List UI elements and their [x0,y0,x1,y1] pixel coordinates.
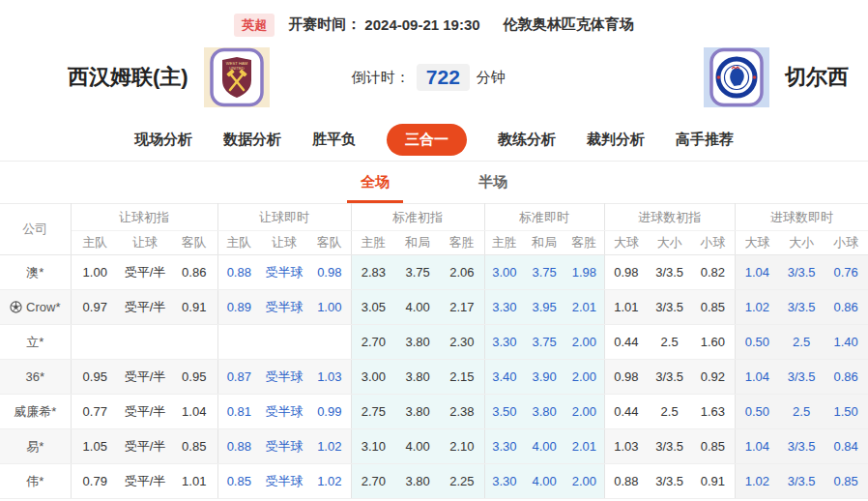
company-column-header: 公司 [0,204,71,255]
odds-cell: 1.02 [735,290,779,325]
odds-cell: 2.25 [440,464,484,499]
odds-cell: 2.01 [564,290,604,325]
odds-cell: 0.84 [824,429,868,464]
home-team-name: 西汉姆联(主) [68,63,188,92]
odds-cell: 3/3.5 [648,255,691,290]
odds-cell: 2.70 [351,464,395,499]
company-name: 伟* [26,474,43,488]
odds-row: 威廉希*0.77受平/半1.040.81受半球0.992.753.802.383… [0,395,868,429]
odds-cell: 2.00 [564,325,604,360]
subtab-full-match[interactable]: 全场 [347,173,403,203]
odds-cell: 1.50 [824,395,868,429]
odds-cell: 0.86 [824,360,868,395]
odds-cell: 3/3.5 [779,429,824,464]
odds-cell: 3.75 [395,255,440,290]
odds-cell: 2.5 [648,325,691,360]
tab-expert-picks[interactable]: 高手推荐 [676,131,734,149]
away-team-name: 切尔西 [785,63,849,92]
odds-cell: 2.00 [564,464,604,499]
odds-cell [71,325,119,360]
tab-three-in-one[interactable]: 三合一 [387,124,467,156]
odds-cell: 0.88 [604,464,648,499]
company-cell[interactable]: 威廉希* [0,395,71,429]
odds-cell: 3/3.5 [648,464,691,499]
league-badge: 英超 [234,14,275,37]
away-team: 切尔西 [704,47,849,107]
company-cell[interactable]: 立* [0,325,71,360]
col-header: 大球 [735,231,779,255]
odds-cell: 受半球 [260,360,308,395]
odds-cell: 0.81 [217,395,260,429]
odds-cell: 4.00 [395,429,440,464]
odds-cell: 0.50 [735,325,779,360]
odds-cell: 0.76 [824,255,868,290]
odds-cell: 0.86 [171,255,217,290]
odds-cell: 2.38 [440,395,484,429]
odds-cell: 3.00 [351,360,395,395]
col-header: 主队 [217,231,260,255]
odds-cell: 受半球 [260,290,308,325]
col-header: 大小 [648,231,691,255]
odds-cell: 受半球 [260,255,308,290]
west-ham-badge-icon: WEST HAM UNITED [204,47,270,107]
company-cell[interactable]: 易* [0,429,71,464]
col-header: 主胜 [351,231,395,255]
col-header: 和局 [524,231,564,255]
company-cell[interactable]: 伟* [0,464,71,499]
odds-table-body: 澳*1.00受平/半0.860.88受半球0.982.833.752.063.0… [0,255,868,499]
odds-cell: 0.85 [691,290,735,325]
odds-cell: 0.85 [824,464,868,499]
kickoff-time: 2024-09-21 19:30 [364,16,479,33]
odds-cell [217,325,260,360]
odds-cell: 3.80 [395,395,440,429]
odds-cell: 1.04 [735,360,779,395]
company-name: 易* [26,439,43,454]
odds-cell: 1.98 [564,255,604,290]
odds-cell: 1.04 [171,395,217,429]
company-cell[interactable]: Crow* [0,290,71,325]
group-header-handicap-initial: 让球初指 [71,204,217,231]
kickoff-label: 开赛时间： [288,15,361,34]
odds-cell: 受平/半 [119,360,171,395]
company-name: Crow* [26,300,60,314]
odds-cell: 0.79 [71,464,119,499]
tab-coach-analysis[interactable]: 教练分析 [498,131,556,149]
odds-row: Crow*0.97受平/半0.910.89受半球1.003.054.002.17… [0,290,868,325]
col-header: 和局 [395,231,440,255]
col-header: 主队 [71,231,119,255]
tab-live-analysis[interactable]: 现场分析 [134,131,192,149]
odds-cell: 3.95 [524,290,564,325]
company-cell[interactable]: 36* [0,360,71,395]
countdown-unit: 分钟 [477,69,506,87]
odds-cell: 受平/半 [119,290,171,325]
odds-cell: 1.05 [71,429,119,464]
col-header: 小球 [824,231,868,255]
col-header: 小球 [691,231,735,255]
odds-cell: 受平/半 [119,255,171,290]
odds-cell: 3.40 [484,360,524,395]
tab-referee-analysis[interactable]: 裁判分析 [587,131,645,149]
odds-cell: 3.30 [484,325,524,360]
odds-cell: 0.82 [691,255,735,290]
col-header: 让球 [119,231,171,255]
odds-cell: 3.80 [395,360,440,395]
tab-data-analysis[interactable]: 数据分析 [223,131,281,149]
group-header-handicap-live: 让球即时 [217,204,351,231]
odds-cell: 3/3.5 [779,360,824,395]
col-header: 大小 [779,231,824,255]
odds-cell: 0.91 [171,290,217,325]
odds-cell: 1.01 [604,290,648,325]
tab-win-draw-lose[interactable]: 胜平负 [312,131,356,149]
odds-cell: 3/3.5 [779,464,824,499]
company-name: 威廉希* [14,404,56,419]
odds-cell: 1.63 [691,395,735,429]
odds-cell: 3.30 [484,290,524,325]
odds-cell: 0.89 [217,290,260,325]
odds-cell: 受半球 [260,429,308,464]
odds-cell: 2.70 [351,325,395,360]
subtab-half-match[interactable]: 半场 [465,173,521,203]
company-cell[interactable]: 澳* [0,255,71,290]
odds-cell: 0.86 [824,290,868,325]
odds-cell: 3.75 [524,255,564,290]
odds-cell: 1.60 [691,325,735,360]
